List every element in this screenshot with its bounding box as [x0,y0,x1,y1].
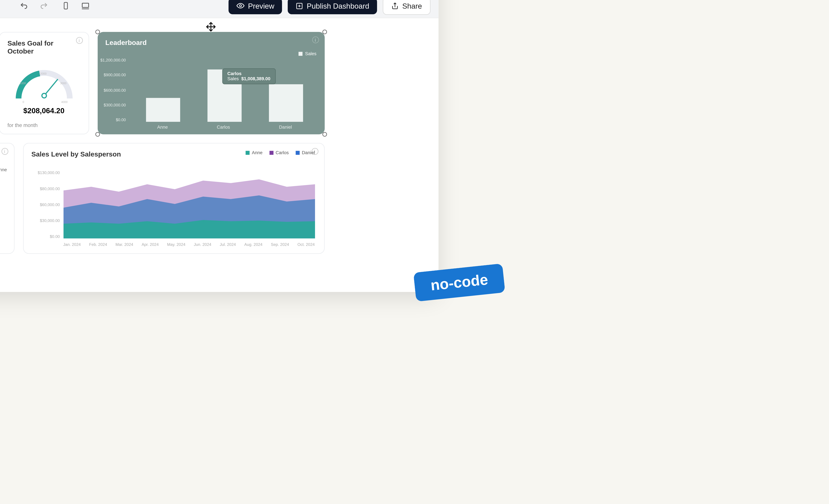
x-axis: Anne Carlos Daniel [133,125,317,130]
area-chart [63,171,315,239]
svg-rect-0 [64,2,67,9]
svg-text:1000: 1000 [20,81,26,85]
pie-card-sales-by-salesperson[interactable]: Sales by Salesperson i Ann [0,143,14,254]
mobile-icon [62,1,69,9]
app-toolbar: Leaderboard Preview Publish Da [0,0,438,18]
desktop-view-button[interactable] [81,1,89,10]
card-title: Sales Goal for October [7,39,80,55]
share-icon [392,2,399,9]
chart-legend: Sales [299,51,316,57]
svg-text:2000: 2000 [40,72,46,75]
undo-button[interactable] [20,1,28,10]
gauge-chart: 0 1000 2000 3000 4000 [10,59,78,104]
desktop-icon [81,1,89,10]
gauge-card-sales-goal-month[interactable]: Sales Goal for October i 0 1000 [0,32,89,134]
pie-label-anne: Anne [0,167,7,172]
gauge-value: $208,064.20 [23,106,65,115]
preview-button[interactable]: Preview [229,0,282,14]
workspace[interactable]: Sales Goal i 0 1000 2000 [0,18,438,292]
svg-point-2 [240,5,242,7]
y-axis: $1,200,000.00 $900,000.00 $600,000.00 $3… [100,58,126,122]
y-axis: $130,000.00 $80,000.00 $60,000.00 $30,00… [31,171,60,239]
share-button[interactable]: Share [383,0,430,14]
redo-icon [39,1,48,10]
publish-icon [296,2,303,9]
svg-point-20 [42,93,46,98]
resize-handle[interactable] [95,30,100,34]
eye-icon [237,2,245,10]
pie-chart: Anne Carlos Daniel [0,166,6,240]
svg-text:3000: 3000 [60,81,66,85]
resize-handle[interactable] [95,132,100,137]
chart-legend: Anne Carlos Daniel [246,150,315,155]
resize-handle[interactable] [322,30,327,34]
x-axis: Jan. 2024 Feb. 2024 Mar. 2024 Apr. 2024 … [63,242,315,246]
svg-line-19 [44,79,58,96]
publish-button[interactable]: Publish Dashboard [288,0,377,14]
move-handle-icon[interactable] [206,22,216,32]
svg-text:4000: 4000 [61,100,67,104]
redo-button[interactable] [39,1,48,10]
svg-text:0: 0 [22,100,24,104]
bar-daniel [269,84,303,122]
mobile-view-button[interactable] [62,1,69,10]
svg-rect-1 [82,3,88,7]
browser-window: https://dashbreeze.com Leaderboard [0,0,438,292]
gauge-subtitle: for the month [7,122,38,128]
resize-handle[interactable] [322,132,327,137]
card-title: Leaderboard [105,39,316,47]
bar-card-leaderboard[interactable]: i Leaderboard Sales $1,200,000.00 $900,0… [97,32,324,134]
bar-anne [146,98,180,122]
dashboard-canvas: Sales Goal i 0 1000 2000 [0,32,324,254]
area-card-sales-level[interactable]: Sales Level by Salesperson i Anne Carlos… [23,143,324,254]
undo-icon [20,1,28,10]
chart-tooltip: Carlos Sales $1,008,389.00 [222,68,276,84]
